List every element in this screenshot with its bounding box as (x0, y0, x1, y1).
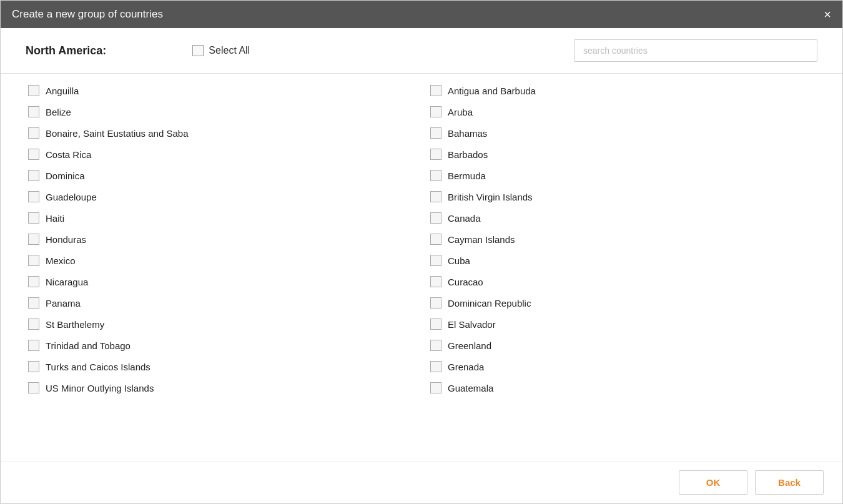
close-button[interactable]: × (824, 8, 831, 21)
list-item: British Virgin Islands (428, 186, 817, 207)
dialog: Create a new group of countries × North … (0, 0, 843, 504)
country-checkbox[interactable] (28, 106, 39, 117)
footer: OK Back (1, 461, 842, 503)
country-name: Nicaragua (46, 277, 88, 287)
country-name: Antigua and Barbuda (448, 86, 536, 96)
country-name: Dominica (46, 170, 85, 181)
country-checkbox[interactable] (430, 85, 441, 96)
list-item: Bonaire, Saint Eustatius and Saba (26, 122, 415, 144)
list-item: St Barthelemy (26, 314, 415, 335)
country-name: Bonaire, Saint Eustatius and Saba (46, 128, 189, 139)
countries-area: AnguillaAntigua and BarbudaBelizeArubaBo… (1, 74, 842, 461)
country-checkbox[interactable] (28, 276, 39, 287)
list-item: Dominica (26, 165, 415, 186)
list-item: Cuba (428, 250, 817, 271)
select-all-wrapper: Select All (192, 45, 250, 56)
country-name: Honduras (46, 234, 86, 245)
country-checkbox[interactable] (430, 170, 441, 181)
dialog-header: Create a new group of countries × (1, 1, 842, 28)
select-all-label[interactable]: Select All (209, 45, 250, 56)
country-checkbox[interactable] (28, 191, 39, 202)
country-name: Bermuda (448, 170, 486, 181)
list-item: Dominican Republic (428, 292, 817, 314)
country-checkbox[interactable] (430, 212, 441, 224)
country-checkbox[interactable] (28, 149, 39, 160)
country-name: Dominican Republic (448, 298, 531, 309)
country-checkbox[interactable] (430, 191, 441, 202)
country-name: St Barthelemy (46, 319, 104, 330)
list-item: Turks and Caicos Islands (26, 356, 415, 377)
country-checkbox[interactable] (28, 127, 39, 139)
list-item: Aruba (428, 101, 817, 122)
list-item: El Salvador (428, 314, 817, 335)
country-checkbox[interactable] (28, 255, 39, 266)
country-checkbox[interactable] (430, 276, 441, 287)
list-item: Canada (428, 207, 817, 229)
list-item: Guadeloupe (26, 186, 415, 207)
list-item: Anguilla (26, 80, 415, 101)
country-name: Haiti (46, 213, 64, 224)
list-item: US Minor Outlying Islands (26, 377, 415, 398)
list-item: Belize (26, 101, 415, 122)
country-name: Guatemala (448, 383, 493, 393)
country-name: US Minor Outlying Islands (46, 383, 154, 393)
country-name: Bahamas (448, 128, 487, 139)
list-item: Bermuda (428, 165, 817, 186)
country-name: Canada (448, 213, 481, 224)
countries-scroll[interactable]: AnguillaAntigua and BarbudaBelizeArubaBo… (1, 74, 842, 461)
list-item: Honduras (26, 229, 415, 250)
ok-button[interactable]: OK (679, 470, 747, 495)
list-item: Nicaragua (26, 271, 415, 292)
country-checkbox[interactable] (430, 340, 441, 351)
country-name: Anguilla (46, 86, 79, 96)
list-item: Guatemala (428, 377, 817, 398)
country-checkbox[interactable] (28, 382, 39, 393)
country-name: British Virgin Islands (448, 192, 533, 202)
list-item: Mexico (26, 250, 415, 271)
list-item: Curacao (428, 271, 817, 292)
country-checkbox[interactable] (430, 234, 441, 245)
countries-grid: AnguillaAntigua and BarbudaBelizeArubaBo… (26, 80, 817, 398)
country-checkbox[interactable] (430, 361, 441, 372)
country-checkbox[interactable] (28, 234, 39, 245)
list-item: Cayman Islands (428, 229, 817, 250)
country-checkbox[interactable] (430, 382, 441, 393)
country-checkbox[interactable] (28, 85, 39, 96)
country-checkbox[interactable] (430, 106, 441, 117)
dialog-title: Create a new group of countries (12, 8, 163, 21)
toolbar: North America: Select All (1, 28, 842, 74)
select-all-checkbox[interactable] (192, 45, 204, 56)
country-name: Curacao (448, 277, 483, 287)
back-button[interactable]: Back (755, 470, 824, 495)
country-checkbox[interactable] (430, 319, 441, 330)
country-name: Costa Rica (46, 149, 91, 160)
list-item: Haiti (26, 207, 415, 229)
country-checkbox[interactable] (28, 361, 39, 372)
country-name: El Salvador (448, 319, 496, 330)
country-name: Barbados (448, 149, 488, 160)
country-checkbox[interactable] (28, 319, 39, 330)
list-item: Grenada (428, 356, 817, 377)
country-checkbox[interactable] (430, 297, 441, 309)
country-name: Aruba (448, 107, 473, 117)
country-checkbox[interactable] (28, 170, 39, 181)
region-label: North America: (26, 44, 106, 57)
country-name: Turks and Caicos Islands (46, 362, 150, 372)
country-checkbox[interactable] (430, 127, 441, 139)
country-name: Cayman Islands (448, 234, 515, 245)
country-name: Belize (46, 107, 71, 117)
country-name: Greenland (448, 340, 491, 351)
country-name: Mexico (46, 255, 76, 266)
country-checkbox[interactable] (430, 255, 441, 266)
country-checkbox[interactable] (28, 297, 39, 309)
list-item: Panama (26, 292, 415, 314)
search-input[interactable] (574, 39, 817, 62)
country-name: Guadeloupe (46, 192, 97, 202)
list-item: Antigua and Barbuda (428, 80, 817, 101)
country-checkbox[interactable] (28, 212, 39, 224)
country-checkbox[interactable] (28, 340, 39, 351)
list-item: Barbados (428, 144, 817, 165)
list-item: Costa Rica (26, 144, 415, 165)
list-item: Bahamas (428, 122, 817, 144)
country-checkbox[interactable] (430, 149, 441, 160)
